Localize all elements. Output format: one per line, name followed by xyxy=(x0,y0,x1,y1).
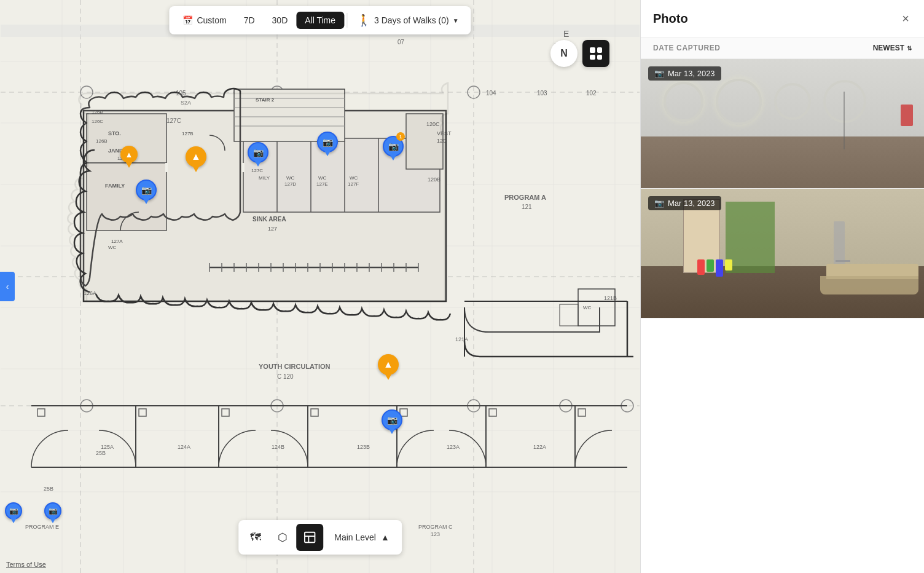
bottom-toolbar: 🗺 ⬡ Main Level ▲ xyxy=(238,520,402,555)
svg-text:123B: 123B xyxy=(357,444,370,450)
walk-icon: 🚶 xyxy=(357,14,370,27)
7d-button[interactable]: 7D xyxy=(235,12,264,29)
left-panel-toggle[interactable]: ‹ xyxy=(0,272,15,301)
arrow-pin-1[interactable]: ▲ xyxy=(186,146,206,167)
sort-label: DATE CAPTURED xyxy=(653,44,721,52)
photo-card-1[interactable]: 📷 Mar 13, 2023 xyxy=(641,59,924,189)
svg-text:127C: 127C xyxy=(166,117,181,124)
svg-text:104: 104 xyxy=(486,90,496,97)
map-view-button[interactable]: 🗺 xyxy=(242,524,269,551)
svg-text:WC: WC xyxy=(318,175,327,181)
svg-text:YOUTH CIRCULATION: YOUTH CIRCULATION xyxy=(259,363,331,370)
svg-text:07: 07 xyxy=(397,39,405,45)
grid-icon xyxy=(590,47,602,60)
terms-label: Terms of Use xyxy=(6,561,46,568)
photo-date-2: 📷 Mar 13, 2023 xyxy=(648,196,721,210)
svg-text:VEST: VEST xyxy=(437,130,452,136)
svg-text:25B: 25B xyxy=(96,450,106,456)
3d-view-button[interactable]: ⬡ xyxy=(269,524,296,551)
svg-text:124A: 124A xyxy=(178,444,190,450)
alltime-button[interactable]: All Time xyxy=(296,12,344,29)
svg-text:123: 123 xyxy=(431,531,440,537)
photo-date-text-2: Mar 13, 2023 xyxy=(668,199,715,208)
30d-label: 30D xyxy=(272,15,288,25)
calendar-icon: 📅 xyxy=(182,15,193,25)
svg-text:WC: WC xyxy=(108,245,117,250)
photo-date-text-1: Mar 13, 2023 xyxy=(668,69,715,78)
chevron-down-icon: ▼ xyxy=(453,17,459,24)
svg-text:127B: 127B xyxy=(182,131,194,136)
svg-text:120B: 120B xyxy=(428,176,440,183)
sort-value-text: NEWEST xyxy=(873,44,904,52)
svg-text:127C: 127C xyxy=(251,168,263,173)
camera-pin-2[interactable]: 📷 xyxy=(248,142,268,163)
svg-text:PROGRAM A: PROGRAM A xyxy=(504,194,546,201)
panel-header: Photo × xyxy=(641,0,924,38)
level-selector[interactable]: Main Level ▲ xyxy=(326,529,398,546)
svg-text:25B: 25B xyxy=(44,486,53,492)
svg-text:WC: WC xyxy=(286,175,295,181)
svg-text:103: 103 xyxy=(537,90,547,97)
walk-label: 3 Days of Walks (0) xyxy=(374,15,449,25)
floorplan-svg: STO. 126B JANITOR 128 FAMILY 127C MILY W… xyxy=(0,0,640,573)
svg-text:MILY: MILY xyxy=(259,175,270,181)
map-area[interactable]: STO. 126B JANITOR 128 FAMILY 127C MILY W… xyxy=(0,0,640,573)
panel-title: Photo xyxy=(653,12,688,26)
svg-text:124B: 124B xyxy=(272,444,284,450)
svg-text:122A: 122A xyxy=(533,444,546,450)
alltime-label: All Time xyxy=(305,15,335,25)
camera-pin-3[interactable]: 📷 xyxy=(317,132,338,152)
map-icon: 🗺 xyxy=(250,531,261,544)
photo-list: 📷 Mar 13, 2023 xyxy=(641,59,924,573)
sort-value-button[interactable]: NEWEST ⇅ xyxy=(873,44,912,52)
camera-pin-6[interactable]: 📷 xyxy=(5,502,22,520)
camera-pin-1[interactable]: 📷 xyxy=(136,180,157,200)
sort-icon: ⇅ xyxy=(907,45,912,52)
camera-pin-4[interactable]: 📷 1 xyxy=(383,136,404,157)
svg-text:S2A: S2A xyxy=(181,100,191,106)
svg-text:102: 102 xyxy=(586,90,597,97)
sort-bar: DATE CAPTURED NEWEST ⇅ xyxy=(641,38,924,59)
svg-text:STAIR 2: STAIR 2 xyxy=(256,97,275,103)
terms-link[interactable]: Terms of Use xyxy=(6,561,46,568)
svg-text:127: 127 xyxy=(268,226,277,232)
custom-label: Custom xyxy=(197,15,226,25)
arrow-pin-3[interactable]: ▲ xyxy=(120,146,138,163)
svg-text:PROGRAM E: PROGRAM E xyxy=(25,524,59,530)
grid-view-button[interactable] xyxy=(582,40,609,67)
svg-text:125A: 125A xyxy=(101,444,114,450)
toolbar-divider xyxy=(346,13,347,28)
svg-text:WC: WC xyxy=(583,305,592,310)
close-panel-button[interactable]: × xyxy=(899,10,912,27)
30d-button[interactable]: 30D xyxy=(264,12,297,29)
7d-label: 7D xyxy=(244,15,255,25)
svg-text:126A: 126A xyxy=(84,290,96,296)
arrow-pin-2[interactable]: ▲ xyxy=(378,354,399,375)
photo-card-2[interactable]: 📷 Mar 13, 2023 xyxy=(641,189,924,318)
svg-text:E: E xyxy=(563,29,569,39)
svg-text:127D: 127D xyxy=(284,181,296,187)
svg-text:STO.: STO. xyxy=(108,130,121,136)
svg-text:121A: 121A xyxy=(455,336,468,342)
svg-text:121: 121 xyxy=(522,204,532,210)
svg-text:127F: 127F xyxy=(348,181,359,187)
right-panel: Photo × DATE CAPTURED NEWEST ⇅ xyxy=(640,0,924,573)
camera-pin-5[interactable]: 📷 xyxy=(382,409,402,430)
top-toolbar: 📅 Custom 7D 30D All Time 🚶 3 Days of Wal… xyxy=(169,6,471,34)
compass-button[interactable]: N xyxy=(550,40,578,67)
svg-text:WC: WC xyxy=(350,175,358,181)
floorplan-view-button[interactable] xyxy=(296,524,323,551)
svg-text:126B: 126B xyxy=(96,138,108,144)
walk-button[interactable]: 🚶 3 Days of Walks (0) ▼ xyxy=(350,10,466,31)
left-arrow-icon: ‹ xyxy=(6,282,9,291)
cube-icon: ⬡ xyxy=(278,531,288,544)
camera-pin-7[interactable]: 📷 xyxy=(44,502,61,520)
photo-date-1: 📷 Mar 13, 2023 xyxy=(648,66,721,81)
svg-text:127A: 127A xyxy=(111,239,123,244)
map-controls: N xyxy=(550,40,609,67)
svg-text:FAMILY: FAMILY xyxy=(105,183,125,189)
svg-text:126B: 126B xyxy=(92,109,103,115)
custom-button[interactable]: 📅 Custom xyxy=(174,12,235,29)
svg-text:127E: 127E xyxy=(316,181,328,187)
svg-text:120: 120 xyxy=(437,138,446,144)
